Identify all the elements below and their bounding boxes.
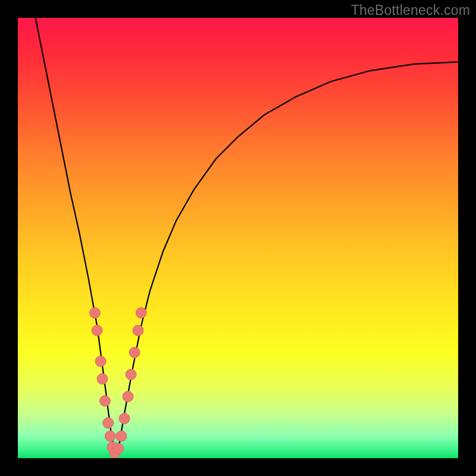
curve-markers bbox=[90, 308, 147, 458]
watermark-text: TheBottleneck.com bbox=[351, 2, 470, 18]
chart-frame: TheBottleneck.com bbox=[0, 0, 476, 476]
chart-svg bbox=[18, 18, 458, 458]
curve-marker bbox=[123, 391, 133, 402]
curve-marker bbox=[133, 325, 143, 336]
curve-marker bbox=[116, 431, 127, 441]
curve-path bbox=[36, 18, 458, 454]
curve-marker bbox=[97, 374, 108, 384]
curve-marker bbox=[95, 356, 106, 367]
curve-marker bbox=[113, 443, 124, 454]
curve-marker bbox=[129, 347, 140, 358]
curve-marker bbox=[105, 431, 115, 441]
curve-marker bbox=[90, 308, 101, 318]
curve-marker bbox=[103, 418, 114, 428]
bottleneck-curve bbox=[36, 18, 458, 454]
curve-marker bbox=[126, 369, 136, 380]
curve-marker bbox=[119, 413, 130, 424]
curve-marker bbox=[136, 308, 146, 318]
chart-plot-area bbox=[18, 18, 458, 458]
curve-marker bbox=[100, 396, 111, 406]
curve-marker bbox=[92, 325, 102, 336]
